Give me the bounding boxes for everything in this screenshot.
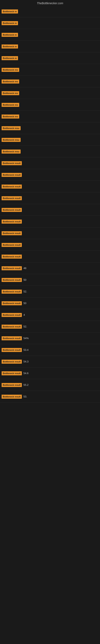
list-item: Bottleneck result bbox=[0, 158, 100, 169]
bottleneck-value: 54.3 bbox=[23, 360, 28, 363]
list-item: Bottleneck re bbox=[0, 6, 100, 17]
bottleneck-label: Bottleneck resu bbox=[1, 150, 21, 154]
bottleneck-label: Bottleneck re bbox=[1, 33, 18, 37]
bottleneck-label: Bottleneck result bbox=[1, 348, 22, 352]
list-item: Bottleneck res bbox=[0, 111, 100, 122]
bottleneck-label: Bottleneck result bbox=[1, 196, 22, 200]
bottleneck-label: Bottleneck result bbox=[1, 243, 22, 247]
list-item: Bottleneck resu bbox=[0, 122, 100, 134]
list-item: Bottleneck result52. bbox=[0, 321, 100, 332]
list-item: Bottleneck result48 bbox=[0, 262, 100, 274]
list-item: Bottleneck res bbox=[0, 64, 100, 76]
list-item: Bottleneck resu bbox=[0, 134, 100, 146]
bottleneck-label: Bottleneck resu bbox=[1, 126, 21, 130]
bottleneck-value: 53.4 bbox=[23, 348, 28, 352]
bottleneck-label: Bottleneck result bbox=[1, 360, 22, 364]
bottleneck-label: Bottleneck re bbox=[1, 56, 18, 60]
list-item: Bottleneck res bbox=[0, 76, 100, 87]
site-title: TheBottlenecker.com bbox=[0, 0, 100, 6]
bottleneck-label: Bottleneck result bbox=[1, 395, 22, 399]
bottleneck-label: Bottleneck res bbox=[1, 91, 19, 95]
list-item: Bottleneck result54.3 bbox=[0, 356, 100, 368]
bottleneck-label: Bottleneck result bbox=[1, 173, 22, 177]
list-item: Bottleneck result bbox=[0, 251, 100, 262]
bottleneck-label: Bottleneck result bbox=[1, 231, 22, 235]
bottleneck-label: Bottleneck result bbox=[1, 313, 22, 317]
list-item: Bottleneck result bbox=[0, 228, 100, 239]
bottleneck-value: 50 bbox=[23, 278, 26, 281]
list-item: Bottleneck result4 bbox=[0, 309, 100, 321]
bottleneck-label: Bottleneck result bbox=[1, 184, 22, 188]
list-item: Bottleneck result52. bbox=[0, 286, 100, 298]
list-item: Bottleneck result bbox=[0, 181, 100, 192]
list-item: Bottleneck result bbox=[0, 216, 100, 228]
bottleneck-label: Bottleneck re bbox=[1, 44, 18, 48]
bottleneck-label: Bottleneck re bbox=[1, 10, 18, 14]
bottleneck-value: 48 bbox=[23, 267, 26, 270]
bottleneck-value: 50 bbox=[23, 302, 26, 305]
bottleneck-label: Bottleneck result bbox=[1, 220, 22, 224]
bottleneck-label: Bottleneck res bbox=[1, 103, 19, 107]
list-item: Bottleneck result bbox=[0, 204, 100, 216]
bottleneck-label: Bottleneck resu bbox=[1, 138, 21, 142]
list-item: Bottleneck result53.4 bbox=[0, 344, 100, 356]
bottleneck-label: Bottleneck result bbox=[1, 383, 22, 387]
bottleneck-value: 53. bbox=[23, 395, 27, 398]
bottleneck-label: Bottleneck result bbox=[1, 278, 22, 282]
list-item: Bottleneck re bbox=[0, 52, 100, 64]
list-item: Bottleneck result50 bbox=[0, 298, 100, 309]
bottleneck-label: Bottleneck re bbox=[1, 21, 18, 25]
list-item: Bottleneck result50 bbox=[0, 274, 100, 286]
list-item: Bottleneck re bbox=[0, 29, 100, 41]
list-item: Bottleneck result54% bbox=[0, 332, 100, 344]
list-item: Bottleneck re bbox=[0, 41, 100, 52]
bottleneck-label: Bottleneck result bbox=[1, 208, 22, 212]
bottleneck-label: Bottleneck result bbox=[1, 290, 22, 294]
list-item: Bottleneck res bbox=[0, 87, 100, 99]
bottleneck-label: Bottleneck result bbox=[1, 301, 22, 305]
bottleneck-value: 55.2 bbox=[23, 384, 28, 386]
bottleneck-label: Bottleneck res bbox=[1, 80, 19, 84]
list-item: Bottleneck result bbox=[0, 192, 100, 204]
bottleneck-value: 52. bbox=[23, 290, 27, 293]
bottleneck-value: 4 bbox=[23, 313, 25, 316]
list-item: Bottleneck result bbox=[0, 169, 100, 181]
list-item: Bottleneck result54.6 bbox=[0, 368, 100, 379]
list-item: Bottleneck re bbox=[0, 17, 100, 29]
bottleneck-label: Bottleneck result bbox=[1, 324, 22, 329]
list-item: Bottleneck res bbox=[0, 99, 100, 111]
bottleneck-label: Bottleneck result bbox=[1, 336, 22, 340]
bottleneck-label: Bottleneck res bbox=[1, 68, 19, 72]
bottleneck-label: Bottleneck result bbox=[1, 266, 22, 270]
bottleneck-label: Bottleneck result bbox=[1, 161, 22, 165]
bottleneck-label: Bottleneck result bbox=[1, 371, 22, 375]
bottleneck-label: Bottleneck res bbox=[1, 114, 19, 118]
list-item: Bottleneck result bbox=[0, 239, 100, 251]
bottleneck-label: Bottleneck result bbox=[1, 254, 22, 258]
bottleneck-value: 54% bbox=[23, 337, 29, 340]
bottleneck-value: 52. bbox=[23, 325, 27, 328]
list-item: Bottleneck resu bbox=[0, 146, 100, 158]
bottleneck-value: 54.6 bbox=[23, 372, 28, 375]
list-item: Bottleneck result55.2 bbox=[0, 379, 100, 391]
list-item: Bottleneck result53. bbox=[0, 391, 100, 402]
